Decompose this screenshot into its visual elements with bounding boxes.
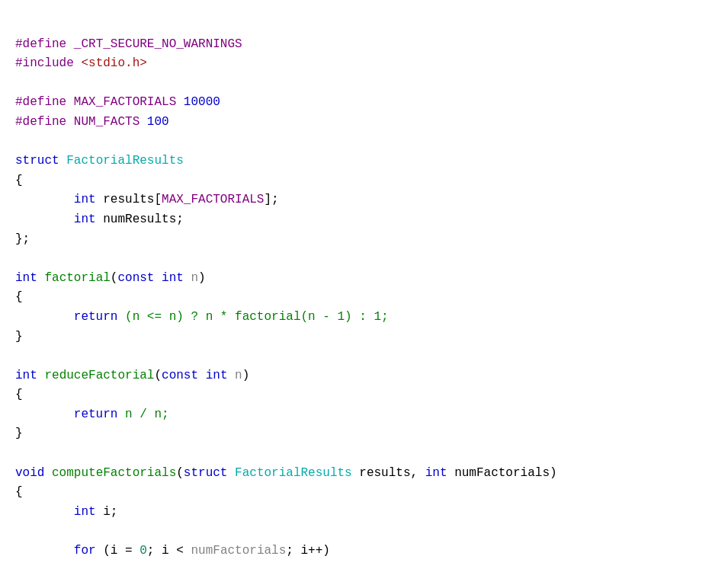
- code-editor: #define _CRT_SECURE_NO_WARNINGS #include…: [15, 15, 713, 561]
- compute-factorials-open-brace: {: [15, 485, 23, 499]
- struct-member-1: int results[MAX_FACTORIALS];: [15, 193, 279, 206]
- struct-declaration: struct FactorialResults: [15, 154, 184, 168]
- factorial-signature: int factorial(const int n): [15, 271, 206, 285]
- struct-close-brace: };: [15, 232, 30, 246]
- factorial-open-brace: {: [15, 290, 23, 304]
- reduce-factorial-return: return n / n;: [15, 408, 169, 421]
- struct-open-brace: {: [15, 174, 23, 187]
- factorial-close-brace: }: [15, 330, 23, 344]
- reduce-factorial-close-brace: }: [15, 427, 23, 440]
- struct-member-2: int numResults;: [15, 213, 184, 226]
- compute-factorials-for: for (i = 0; i < numFactorials; i++): [15, 544, 330, 558]
- compute-factorials-signature: void computeFactorials(struct FactorialR…: [15, 466, 557, 480]
- factorial-return: return (n <= n) ? n * factorial(n - 1) :…: [15, 310, 389, 324]
- preprocessor-include: #include <stdio.h>: [15, 56, 147, 70]
- preprocessor-define-3: #define NUM_FACTS 100: [15, 115, 169, 129]
- preprocessor-define-2: #define MAX_FACTORIALS 10000: [15, 95, 220, 109]
- compute-factorials-int-i: int i;: [15, 505, 117, 519]
- preprocessor-define-1: #define _CRT_SECURE_NO_WARNINGS: [15, 37, 242, 51]
- reduce-factorial-signature: int reduceFactorial(const int n): [15, 369, 249, 382]
- reduce-factorial-open-brace: {: [15, 388, 23, 401]
